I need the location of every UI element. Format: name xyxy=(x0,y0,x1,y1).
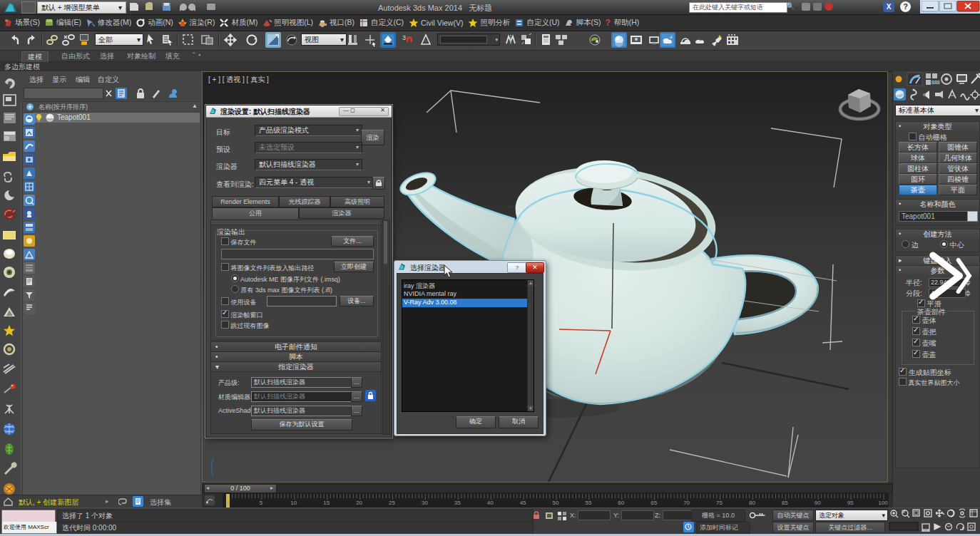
svg-text:888: 888 xyxy=(931,80,940,85)
svg-text:3: 3 xyxy=(402,34,406,41)
